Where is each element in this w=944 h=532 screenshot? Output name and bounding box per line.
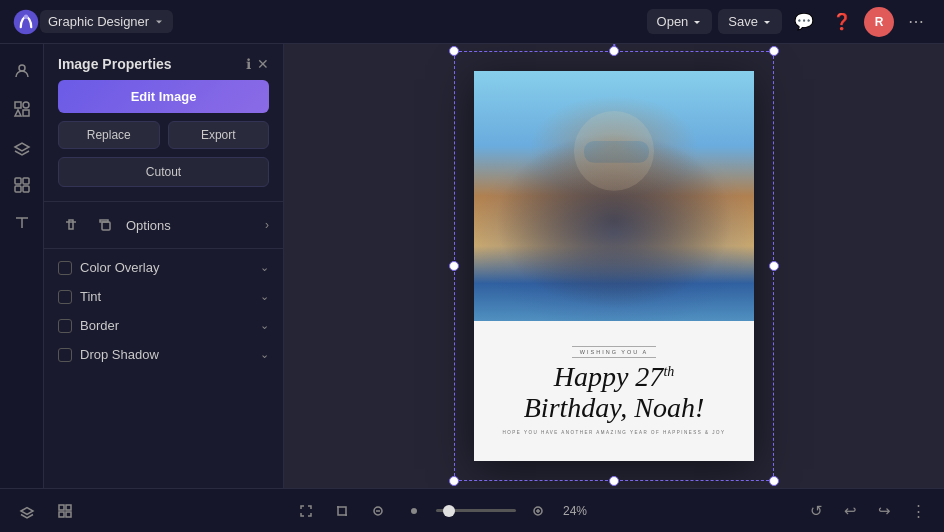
border-label: Border — [80, 318, 252, 333]
zoom-slider[interactable] — [436, 509, 516, 512]
rotation-line — [613, 44, 615, 51]
border-chevron-icon: ⌄ — [260, 319, 269, 332]
grid-bottom-icon — [57, 503, 73, 519]
save-label: Save — [728, 14, 758, 29]
drop-shadow-checkbox[interactable] — [58, 348, 72, 362]
text-icon — [13, 214, 31, 232]
handle-top-right[interactable] — [769, 46, 779, 56]
users-icon — [13, 62, 31, 80]
svg-rect-3 — [15, 102, 21, 108]
info-icon-button[interactable]: ℹ — [246, 56, 251, 72]
zoom-out-button[interactable] — [364, 497, 392, 525]
svg-rect-6 — [23, 110, 29, 116]
trash-icon — [64, 218, 78, 232]
svg-rect-14 — [59, 505, 64, 510]
layers-bottom-button[interactable] — [12, 496, 42, 526]
open-button[interactable]: Open — [647, 9, 713, 34]
grid-bottom-button[interactable] — [50, 496, 80, 526]
handle-middle-left[interactable] — [449, 261, 459, 271]
svg-rect-8 — [23, 178, 29, 184]
handle-top-left[interactable] — [449, 46, 459, 56]
properties-panel: Image Properties ℹ ✕ Edit Image Replace … — [44, 44, 284, 488]
undo-button[interactable]: ↩ — [836, 497, 864, 525]
app-name-label: Graphic Designer — [48, 14, 149, 29]
icon-nav — [0, 44, 44, 488]
color-overlay-checkbox[interactable] — [58, 261, 72, 275]
handle-top-center[interactable] — [609, 46, 619, 56]
card-wishing-text: WISHING YOU A — [572, 346, 656, 358]
plus-circle-icon — [532, 505, 544, 517]
nav-components-icon-button[interactable] — [5, 168, 39, 202]
canvas-area[interactable]: WISHING YOU A Happy 27thBirthday, Noah! … — [284, 44, 944, 488]
person-artistic-overlay — [474, 71, 754, 321]
svg-rect-16 — [59, 512, 64, 517]
bottom-center-zoom: 24% — [292, 497, 590, 525]
more-menu-button[interactable]: ⋯ — [900, 6, 932, 38]
handle-bottom-center[interactable] — [609, 476, 619, 486]
crop-icon — [335, 504, 349, 518]
avatar-initials: R — [875, 15, 884, 29]
card-happy-birthday-text: Happy 27thBirthday, Noah! — [524, 362, 704, 424]
bottom-right-tools: ↺ ↩ ↪ ⋮ — [802, 497, 932, 525]
zoom-dot-button[interactable] — [400, 497, 428, 525]
expand-icon — [299, 504, 313, 518]
svg-marker-5 — [15, 110, 21, 116]
handle-bottom-left[interactable] — [449, 476, 459, 486]
close-panel-button[interactable]: ✕ — [257, 56, 269, 72]
card-container: WISHING YOU A Happy 27thBirthday, Noah! … — [474, 71, 754, 461]
svg-point-2 — [19, 65, 25, 71]
main-layout: Image Properties ℹ ✕ Edit Image Replace … — [0, 44, 944, 488]
svg-rect-10 — [23, 186, 29, 192]
chevron-down-icon — [692, 17, 702, 27]
redo-button[interactable]: ↪ — [870, 497, 898, 525]
tint-row[interactable]: Tint ⌄ — [44, 282, 283, 311]
panel-header: Image Properties ℹ ✕ — [44, 44, 283, 80]
zoom-percent-label: 24% — [560, 504, 590, 518]
svg-point-0 — [14, 9, 39, 34]
chevron-down-icon — [762, 17, 772, 27]
color-overlay-row[interactable]: Color Overlay ⌄ — [44, 253, 283, 282]
cutout-button[interactable]: Cutout — [58, 157, 269, 187]
svg-rect-13 — [584, 141, 649, 163]
help-icon-button[interactable]: ❓ — [826, 6, 858, 38]
nav-text-icon-button[interactable] — [5, 206, 39, 240]
svg-point-19 — [411, 508, 417, 514]
zoom-in-button[interactable] — [524, 497, 552, 525]
svg-rect-15 — [66, 505, 71, 510]
expand-button[interactable] — [292, 497, 320, 525]
nav-shapes-icon-button[interactable] — [5, 92, 39, 126]
chevron-down-icon — [153, 16, 165, 28]
replace-button[interactable]: Replace — [58, 121, 160, 149]
user-avatar-button[interactable]: R — [864, 7, 894, 37]
nav-users-icon-button[interactable] — [5, 54, 39, 88]
svg-rect-7 — [15, 178, 21, 184]
panel-divider — [44, 201, 283, 202]
border-row[interactable]: Border ⌄ — [44, 311, 283, 340]
card-image-area — [474, 71, 754, 321]
tint-checkbox[interactable] — [58, 290, 72, 304]
delete-icon-button[interactable] — [58, 212, 84, 238]
copy-icon — [98, 218, 112, 232]
save-button[interactable]: Save — [718, 9, 782, 34]
export-button[interactable]: Export — [168, 121, 270, 149]
svg-point-4 — [23, 102, 29, 108]
duplicate-icon-button[interactable] — [92, 212, 118, 238]
app-name-button[interactable]: Graphic Designer — [40, 10, 173, 33]
drop-shadow-label: Drop Shadow — [80, 347, 252, 362]
app-logo-icon — [12, 8, 40, 36]
handle-middle-right[interactable] — [769, 261, 779, 271]
effects-divider — [44, 248, 283, 249]
refresh-button[interactable]: ↺ — [802, 497, 830, 525]
more-bottom-button[interactable]: ⋮ — [904, 497, 932, 525]
crop-button[interactable] — [328, 497, 356, 525]
shapes-icon — [13, 100, 31, 118]
edit-image-button[interactable]: Edit Image — [58, 80, 269, 113]
canvas-card: WISHING YOU A Happy 27thBirthday, Noah! … — [474, 71, 754, 461]
options-label: Options — [126, 218, 257, 233]
border-checkbox[interactable] — [58, 319, 72, 333]
chat-icon-button[interactable]: 💬 — [788, 6, 820, 38]
handle-bottom-right[interactable] — [769, 476, 779, 486]
drop-shadow-row[interactable]: Drop Shadow ⌄ — [44, 340, 283, 369]
layers-bottom-icon — [19, 503, 35, 519]
nav-layers-icon-button[interactable] — [5, 130, 39, 164]
